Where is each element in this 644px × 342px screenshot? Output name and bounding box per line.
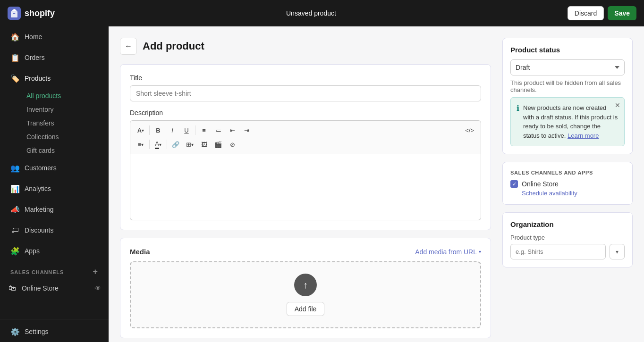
sidebar-item-orders-label: Orders (25, 54, 45, 61)
save-button[interactable]: Save (608, 6, 636, 20)
product-status-title: Product status (510, 46, 625, 54)
toolbar-clear-btn[interactable]: ⊘ (226, 138, 239, 151)
add-file-button[interactable]: Add file (287, 302, 325, 316)
sales-channels-label: SALES CHANNELS + (0, 261, 109, 279)
sales-channels-section-label: SALES CHANNELS AND APPS (510, 170, 625, 175)
main-content: ← Add product Title Description A ▾ B I … (109, 26, 502, 342)
marketing-icon: 📣 (10, 205, 20, 214)
online-store-checkbox[interactable] (510, 180, 518, 188)
sidebar-item-settings[interactable]: ⚙️ Settings (3, 322, 106, 341)
media-dropzone[interactable]: ↑ Add file (130, 261, 481, 328)
toolbar-sep-4 (167, 140, 167, 149)
sidebar-item-discounts-label: Discounts (25, 226, 53, 234)
discounts-icon: 🏷 (10, 225, 20, 235)
sidebar: 🏠 Home 📋 Orders 🏷️ Products All products… (0, 26, 109, 342)
toolbar-ul-btn[interactable]: ≡ (197, 124, 211, 137)
discard-button[interactable]: Discard (568, 6, 604, 20)
schedule-availability-link[interactable]: Schedule availability (522, 190, 625, 197)
products-submenu: All products Inventory Transfers Collect… (0, 89, 109, 158)
toolbar-bold-btn[interactable]: B (152, 124, 165, 137)
toolbar-indent-btn[interactable]: ⇥ (240, 124, 253, 137)
page-header: ← Add product (120, 38, 491, 55)
sidebar-item-customers[interactable]: 👥 Customers (3, 158, 106, 177)
sidebar-item-analytics[interactable]: 📊 Analytics (3, 179, 106, 198)
settings-icon: ⚙️ (10, 327, 20, 336)
sidebar-item-apps[interactable]: 🧩 Apps (3, 242, 106, 260)
media-title: Media (130, 248, 150, 256)
toolbar-align-btn[interactable]: ≡ ▾ (134, 138, 147, 151)
chevron-down-icon: ▾ (479, 249, 481, 254)
product-status-card: Product status Draft Active This product… (502, 38, 633, 154)
online-store-label: Online Store (22, 284, 59, 292)
info-banner: ℹ New products are now created with a dr… (510, 97, 625, 146)
sidebar-item-home-label: Home (25, 33, 42, 41)
toolbar-font-btn[interactable]: A ▾ (134, 124, 147, 137)
topbar-actions: Discard Save (568, 6, 636, 20)
sidebar-sub-gift-cards[interactable]: Gift cards (22, 144, 106, 157)
logo: shopify (8, 7, 55, 20)
sidebar-sub-inventory[interactable]: Inventory (22, 103, 106, 116)
sidebar-sub-transfers[interactable]: Transfers (22, 117, 106, 130)
product-type-input[interactable] (510, 244, 606, 259)
toolbar-image-btn[interactable]: 🖼 (197, 138, 211, 151)
toolbar-code-btn[interactable]: </> (462, 124, 477, 137)
product-type-browse-button[interactable]: ▾ (610, 244, 625, 259)
toolbar-table-btn[interactable]: ⊞ ▾ (183, 138, 196, 151)
sidebar-item-analytics-label: Analytics (25, 185, 51, 192)
back-button[interactable]: ← (120, 38, 137, 55)
sidebar-item-online-store[interactable]: 🛍 Online Store 👁 (3, 280, 106, 297)
toolbar-row-1: A ▾ B I U ≡ ≔ ⇤ ⇥ </> (134, 124, 477, 137)
topbar: shopify Unsaved product Discard Save (0, 0, 644, 26)
title-input[interactable] (130, 85, 481, 101)
add-media-from-url-button[interactable]: Add media from URL ▾ (415, 248, 481, 256)
online-store-channel-label: Online Store (522, 180, 559, 188)
toolbar-sep-2 (195, 125, 195, 135)
sidebar-item-orders[interactable]: 📋 Orders (3, 48, 106, 67)
toolbar-underline-btn[interactable]: U (180, 124, 193, 137)
shopify-bag-icon (8, 7, 21, 20)
editor-toolbar: A ▾ B I U ≡ ≔ ⇤ ⇥ </> (130, 120, 481, 154)
sidebar-sub-all-products[interactable]: All products (22, 89, 106, 102)
organization-title: Organization (510, 220, 625, 228)
toolbar-italic-btn[interactable]: I (166, 124, 179, 137)
online-store-checkbox-row: Online Store (510, 180, 625, 188)
product-type-label: Product type (510, 234, 625, 241)
product-status-select[interactable]: Draft Active (510, 59, 625, 75)
toolbar-ol-btn[interactable]: ≔ (212, 124, 225, 137)
orders-icon: 📋 (10, 53, 20, 62)
product-type-row: ▾ (510, 244, 625, 259)
sidebar-sub-collections[interactable]: Collections (22, 130, 106, 143)
toolbar-video-btn[interactable]: 🎬 (212, 138, 225, 151)
upload-icon: ↑ (294, 274, 317, 296)
toolbar-link-btn[interactable]: 🔗 (169, 138, 182, 151)
customers-icon: 👥 (10, 163, 20, 173)
sidebar-item-home[interactable]: 🏠 Home (3, 27, 106, 46)
home-icon: 🏠 (10, 32, 20, 42)
sidebar-settings-label: Settings (25, 328, 49, 335)
add-sales-channel-icon[interactable]: + (93, 267, 98, 277)
sidebar-item-products[interactable]: 🏷️ Products (3, 69, 106, 88)
online-store-visibility-icon[interactable]: 👁 (94, 284, 101, 292)
sidebar-item-marketing[interactable]: 📣 Marketing (3, 200, 106, 219)
sidebar-item-marketing-label: Marketing (25, 206, 53, 213)
toolbar-row-2: ≡ ▾ A ▾ 🔗 ⊞ ▾ 🖼 🎬 ⊘ (134, 138, 477, 151)
sidebar-item-discounts[interactable]: 🏷 Discounts (3, 221, 106, 240)
svg-rect-0 (11, 11, 17, 17)
toolbar-outdent-btn[interactable]: ⇤ (226, 124, 239, 137)
chevron-down-icon-org: ▾ (616, 249, 619, 255)
sidebar-item-apps-label: Apps (25, 247, 40, 255)
learn-more-link[interactable]: Learn more (568, 132, 599, 139)
online-store-icon: 🛍 (8, 284, 17, 293)
toolbar-text-color-btn[interactable]: A ▾ (152, 138, 165, 151)
logo-text: shopify (25, 8, 55, 18)
organization-card: Organization Product type ▾ (502, 212, 633, 267)
banner-close-button[interactable]: ✕ (615, 101, 620, 109)
sidebar-item-products-label: Products (25, 75, 51, 82)
right-panel: Product status Draft Active This product… (502, 26, 644, 342)
editor-body[interactable] (130, 154, 481, 220)
media-card: Media Add media from URL ▾ ↑ Add file (120, 238, 491, 338)
page-title: Add product (143, 40, 204, 52)
sales-channels-card: SALES CHANNELS AND APPS Online Store Sch… (502, 162, 633, 205)
description-label: Description (130, 109, 481, 117)
media-header: Media Add media from URL ▾ (130, 248, 481, 256)
